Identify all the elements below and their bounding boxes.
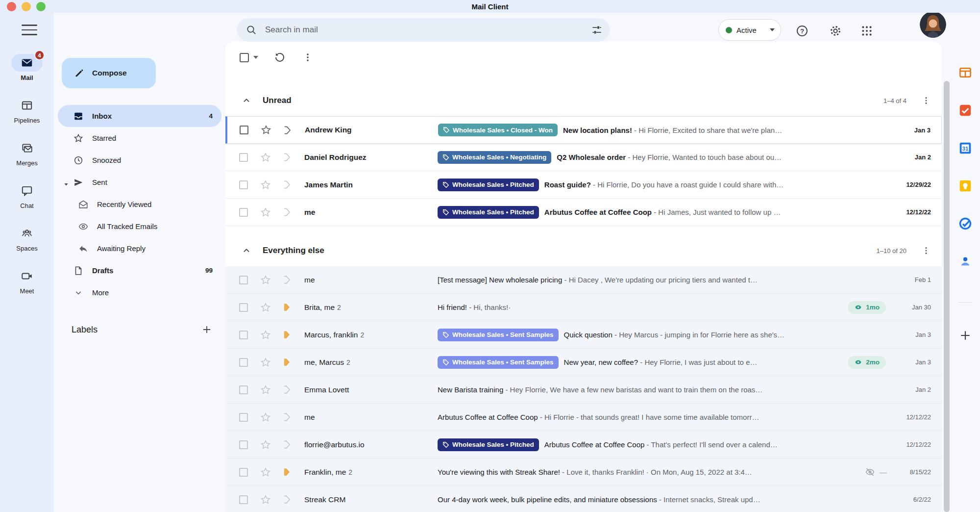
star-button[interactable]	[260, 411, 271, 423]
rail-item-meet[interactable]: Meet	[0, 267, 54, 310]
window-minimize-button[interactable]	[22, 2, 31, 11]
sidebar-item-recently-viewed[interactable]: Recently Viewed	[58, 193, 221, 215]
star-button[interactable]	[260, 439, 271, 451]
star-button[interactable]	[260, 329, 271, 341]
refresh-button[interactable]	[274, 51, 286, 63]
contacts-button[interactable]	[958, 254, 973, 269]
row-checkbox[interactable]	[239, 276, 248, 284]
row-checkbox[interactable]	[239, 358, 248, 367]
row-checkbox[interactable]	[239, 495, 248, 504]
star-button[interactable]	[260, 384, 271, 396]
sidebar-item-sent[interactable]: Sent	[58, 171, 221, 193]
help-button[interactable]: ?	[795, 24, 809, 38]
star-button[interactable]	[260, 206, 271, 218]
main-menu-button[interactable]	[22, 24, 37, 36]
streak-pipeline-button[interactable]	[281, 302, 293, 313]
row-checkbox[interactable]	[239, 153, 248, 162]
row-checkbox[interactable]	[239, 208, 248, 217]
sidebar-item-all-tracked-emails[interactable]: All Tracked Emails	[58, 215, 221, 237]
streak-pipeline-button[interactable]	[281, 329, 293, 340]
pipeline-stage-badge[interactable]: Wholesale Sales • Sent Samples	[438, 329, 559, 341]
pipeline-stage-badge[interactable]: Wholesale Sales • Negotiating	[438, 151, 551, 164]
pipeline-stage-badge[interactable]: Wholesale Sales • Pitched	[438, 179, 539, 191]
collapse-section-button[interactable]	[241, 95, 252, 106]
more-options-button[interactable]	[302, 52, 313, 63]
streak-pipeline-button[interactable]	[281, 494, 293, 505]
streak-pipeline-button[interactable]	[281, 152, 293, 163]
mail-row[interactable]: Andrew KingWholesale Sales • Closed - Wo…	[225, 116, 942, 144]
star-button[interactable]	[260, 302, 271, 313]
streak-pipeline-button[interactable]	[281, 384, 293, 395]
star-button[interactable]	[260, 152, 271, 163]
mail-row[interactable]: meWholesale Sales • PitchedArbutus Coffe…	[225, 199, 942, 226]
star-button[interactable]	[260, 357, 271, 368]
get-add-ons-button[interactable]	[958, 329, 972, 342]
account-avatar[interactable]	[920, 11, 946, 38]
mail-row[interactable]: James MartinWholesale Sales • PitchedRoa…	[225, 171, 942, 199]
apps-grid-button[interactable]	[859, 24, 874, 38]
streak-pipeline-button[interactable]	[281, 206, 293, 218]
rail-item-merges[interactable]: Merges	[0, 139, 54, 182]
streak-pipeline-button[interactable]	[281, 179, 293, 190]
pipeline-stage-badge[interactable]: Wholesale Sales • Pitched	[438, 438, 539, 451]
search-bar[interactable]: Search in mail	[237, 18, 610, 42]
star-button[interactable]	[260, 124, 272, 136]
streak-pipeline-button[interactable]	[281, 411, 293, 423]
rail-item-mail[interactable]: 4Mail	[0, 54, 54, 97]
window-close-button[interactable]	[7, 2, 16, 11]
scrollbar-thumb[interactable]	[944, 81, 950, 512]
streak-pipeline-button[interactable]	[281, 439, 293, 450]
section-menu-button[interactable]	[921, 96, 931, 105]
calendar-button[interactable]: 31	[958, 141, 973, 155]
row-checkbox[interactable]	[239, 303, 248, 312]
status-dropdown[interactable]: Active	[718, 19, 781, 41]
pipeline-stage-badge[interactable]: Wholesale Sales • Sent Samples	[438, 356, 559, 369]
add-label-button[interactable]	[201, 324, 213, 335]
star-button[interactable]	[260, 494, 271, 506]
star-button[interactable]	[260, 466, 271, 478]
rail-item-chat[interactable]: Chat	[0, 182, 54, 225]
mail-row[interactable]: meArbutus Coffee at Coffee Coop - Hi Flo…	[225, 404, 942, 431]
keep-button[interactable]	[958, 179, 973, 193]
row-checkbox[interactable]	[239, 413, 248, 422]
mail-row[interactable]: Marcus, franklin2Wholesale Sales • Sent …	[225, 321, 942, 349]
rail-item-spaces[interactable]: Spaces	[0, 225, 54, 267]
mail-row[interactable]: me[Test message] New wholesale pricing -…	[225, 266, 942, 294]
row-checkbox[interactable]	[239, 180, 248, 189]
streak-pipeline-button[interactable]	[281, 357, 293, 368]
row-checkbox[interactable]	[239, 385, 248, 394]
streak-mail-button[interactable]	[958, 103, 973, 118]
sidebar-item-awaiting-reply[interactable]: Awaiting Reply	[58, 237, 221, 259]
settings-button[interactable]	[828, 24, 843, 38]
streak-pipeline-button[interactable]	[281, 466, 293, 478]
select-dropdown-button[interactable]	[253, 56, 258, 59]
mail-row[interactable]: Franklin, me2You're viewing this with St…	[225, 459, 942, 486]
rail-item-pipelines[interactable]: Pipelines	[0, 97, 54, 139]
compose-button[interactable]: Compose	[62, 58, 156, 88]
star-button[interactable]	[260, 274, 271, 286]
star-button[interactable]	[260, 179, 271, 191]
pipeline-stage-badge[interactable]: Wholesale Sales • Pitched	[438, 206, 539, 219]
mail-row[interactable]: florrie@arbutus.ioWholesale Sales • Pitc…	[225, 431, 942, 459]
mail-row[interactable]: Brita, me2Hi friend! - Hi, thanks!·1moJa…	[225, 294, 942, 321]
mail-row[interactable]: me, Marcus2Wholesale Sales • Sent Sample…	[225, 349, 942, 376]
streak-pipeline-button[interactable]	[282, 125, 293, 136]
mail-row[interactable]: Streak CRMOur 4-day work week, bulk pipe…	[225, 486, 942, 512]
sidebar-item-more[interactable]: More	[58, 282, 221, 304]
sidebar-item-starred[interactable]: Starred	[58, 127, 221, 149]
collapse-section-button[interactable]	[241, 245, 252, 256]
mail-row[interactable]: Daniel RodriguezWholesale Sales • Negoti…	[225, 144, 942, 171]
row-checkbox[interactable]	[239, 468, 248, 477]
search-options-button[interactable]	[590, 24, 603, 36]
streak-pipeline-button[interactable]	[281, 274, 293, 285]
pipeline-stage-badge[interactable]: Wholesale Sales • Closed - Won	[438, 124, 558, 136]
row-checkbox[interactable]	[239, 440, 248, 449]
row-checkbox[interactable]	[239, 331, 248, 339]
tasks-button[interactable]	[958, 216, 973, 231]
sidebar-item-drafts[interactable]: Drafts99	[58, 259, 221, 282]
window-zoom-button[interactable]	[36, 2, 46, 11]
sidebar-item-snoozed[interactable]: Snoozed	[58, 149, 221, 171]
search-input[interactable]: Search in mail	[265, 25, 590, 35]
section-menu-button[interactable]	[921, 246, 931, 256]
sidebar-item-inbox[interactable]: Inbox4	[58, 105, 221, 127]
